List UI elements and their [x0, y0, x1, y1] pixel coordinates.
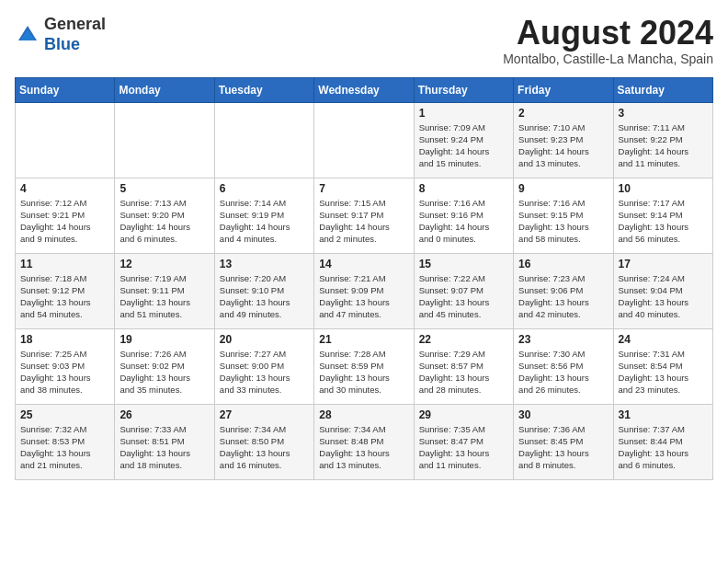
day-number: 31: [619, 408, 708, 421]
day-detail: Sunrise: 7:22 AM Sunset: 9:07 PM Dayligh…: [419, 272, 508, 321]
calendar-week-row: 25Sunrise: 7:32 AM Sunset: 8:53 PM Dayli…: [16, 404, 713, 479]
weekday-header-saturday: Saturday: [613, 77, 712, 102]
day-detail: Sunrise: 7:34 AM Sunset: 8:48 PM Dayligh…: [319, 423, 408, 472]
calendar-cell: [115, 102, 214, 178]
calendar-body: 1Sunrise: 7:09 AM Sunset: 9:24 PM Daylig…: [16, 102, 713, 479]
calendar-cell: 11Sunrise: 7:18 AM Sunset: 9:12 PM Dayli…: [16, 253, 115, 328]
calendar-week-row: 18Sunrise: 7:25 AM Sunset: 9:03 PM Dayli…: [16, 328, 713, 404]
day-detail: Sunrise: 7:20 AM Sunset: 9:10 PM Dayligh…: [220, 272, 309, 321]
day-number: 9: [518, 182, 608, 195]
day-number: 15: [419, 258, 508, 270]
calendar-table: SundayMondayTuesdayWednesdayThursdayFrid…: [15, 77, 713, 480]
day-detail: Sunrise: 7:30 AM Sunset: 8:56 PM Dayligh…: [518, 348, 608, 396]
day-number: 4: [20, 182, 109, 195]
calendar-cell: 4Sunrise: 7:12 AM Sunset: 9:21 PM Daylig…: [16, 178, 115, 253]
day-number: 2: [518, 107, 608, 120]
day-number: 20: [220, 333, 309, 346]
calendar-cell: 26Sunrise: 7:33 AM Sunset: 8:51 PM Dayli…: [115, 404, 214, 479]
calendar-cell: 16Sunrise: 7:23 AM Sunset: 9:06 PM Dayli…: [514, 253, 613, 328]
day-number: 28: [319, 408, 408, 421]
calendar-cell: 28Sunrise: 7:34 AM Sunset: 8:48 PM Dayli…: [314, 404, 414, 479]
calendar-cell: 23Sunrise: 7:30 AM Sunset: 8:56 PM Dayli…: [514, 328, 613, 404]
logo: General Blue: [15, 15, 106, 54]
day-detail: Sunrise: 7:26 AM Sunset: 9:02 PM Dayligh…: [119, 348, 209, 396]
calendar-cell: 20Sunrise: 7:27 AM Sunset: 9:00 PM Dayli…: [214, 328, 313, 404]
day-number: 23: [518, 333, 608, 346]
calendar-week-row: 11Sunrise: 7:18 AM Sunset: 9:12 PM Dayli…: [16, 253, 713, 328]
calendar-cell: 3Sunrise: 7:11 AM Sunset: 9:22 PM Daylig…: [613, 102, 712, 178]
calendar-cell: 27Sunrise: 7:34 AM Sunset: 8:50 PM Dayli…: [214, 404, 313, 479]
day-detail: Sunrise: 7:09 AM Sunset: 9:24 PM Dayligh…: [419, 121, 508, 170]
day-number: 30: [518, 408, 608, 421]
calendar-week-row: 4Sunrise: 7:12 AM Sunset: 9:21 PM Daylig…: [16, 178, 713, 253]
weekday-header-friday: Friday: [514, 77, 613, 102]
day-number: 11: [20, 258, 109, 270]
day-number: 29: [419, 408, 508, 421]
day-detail: Sunrise: 7:19 AM Sunset: 9:11 PM Dayligh…: [119, 272, 209, 321]
calendar-cell: 10Sunrise: 7:17 AM Sunset: 9:14 PM Dayli…: [613, 178, 712, 253]
logo-blue: Blue: [44, 35, 80, 53]
day-detail: Sunrise: 7:28 AM Sunset: 8:59 PM Dayligh…: [319, 348, 408, 396]
day-detail: Sunrise: 7:27 AM Sunset: 9:00 PM Dayligh…: [220, 348, 309, 396]
day-number: 19: [119, 333, 209, 346]
day-number: 3: [619, 107, 708, 120]
day-detail: Sunrise: 7:17 AM Sunset: 9:14 PM Dayligh…: [619, 197, 708, 246]
month-title: August 2024: [503, 15, 713, 52]
weekday-header-row: SundayMondayTuesdayWednesdayThursdayFrid…: [16, 77, 713, 102]
calendar-cell: 8Sunrise: 7:16 AM Sunset: 9:16 PM Daylig…: [414, 178, 513, 253]
day-number: 27: [220, 408, 309, 421]
location-subtitle: Montalbo, Castille-La Mancha, Spain: [503, 52, 713, 66]
calendar-cell: 24Sunrise: 7:31 AM Sunset: 8:54 PM Dayli…: [613, 328, 712, 404]
calendar-cell: 30Sunrise: 7:36 AM Sunset: 8:45 PM Dayli…: [514, 404, 613, 479]
day-detail: Sunrise: 7:24 AM Sunset: 9:04 PM Dayligh…: [619, 272, 708, 321]
day-number: 17: [619, 258, 708, 270]
calendar-cell: [214, 102, 313, 178]
day-detail: Sunrise: 7:23 AM Sunset: 9:06 PM Dayligh…: [518, 272, 608, 321]
title-section: August 2024 Montalbo, Castille-La Mancha…: [503, 15, 713, 66]
calendar-cell: 18Sunrise: 7:25 AM Sunset: 9:03 PM Dayli…: [16, 328, 115, 404]
day-number: 14: [319, 258, 408, 270]
weekday-header-thursday: Thursday: [414, 77, 513, 102]
calendar-cell: 19Sunrise: 7:26 AM Sunset: 9:02 PM Dayli…: [115, 328, 214, 404]
day-detail: Sunrise: 7:25 AM Sunset: 9:03 PM Dayligh…: [20, 348, 109, 396]
day-number: 24: [619, 333, 708, 346]
day-detail: Sunrise: 7:37 AM Sunset: 8:44 PM Dayligh…: [619, 423, 708, 472]
day-number: 7: [319, 182, 408, 195]
logo-icon: [15, 22, 40, 48]
day-number: 10: [619, 182, 708, 195]
weekday-header-wednesday: Wednesday: [314, 77, 414, 102]
calendar-week-row: 1Sunrise: 7:09 AM Sunset: 9:24 PM Daylig…: [16, 102, 713, 178]
logo-general: General: [44, 15, 106, 33]
day-number: 5: [119, 182, 209, 195]
calendar-cell: 25Sunrise: 7:32 AM Sunset: 8:53 PM Dayli…: [16, 404, 115, 479]
calendar-cell: 29Sunrise: 7:35 AM Sunset: 8:47 PM Dayli…: [414, 404, 513, 479]
calendar-cell: 17Sunrise: 7:24 AM Sunset: 9:04 PM Dayli…: [613, 253, 712, 328]
calendar-cell: 1Sunrise: 7:09 AM Sunset: 9:24 PM Daylig…: [414, 102, 513, 178]
day-number: 13: [220, 258, 309, 270]
calendar-cell: 21Sunrise: 7:28 AM Sunset: 8:59 PM Dayli…: [314, 328, 414, 404]
weekday-header-tuesday: Tuesday: [214, 77, 313, 102]
calendar-cell: 9Sunrise: 7:16 AM Sunset: 9:15 PM Daylig…: [514, 178, 613, 253]
day-detail: Sunrise: 7:10 AM Sunset: 9:23 PM Dayligh…: [518, 121, 608, 170]
weekday-header-monday: Monday: [115, 77, 214, 102]
day-number: 21: [319, 333, 408, 346]
day-detail: Sunrise: 7:29 AM Sunset: 8:57 PM Dayligh…: [419, 348, 508, 396]
day-number: 25: [20, 408, 109, 421]
day-detail: Sunrise: 7:31 AM Sunset: 8:54 PM Dayligh…: [619, 348, 708, 396]
day-detail: Sunrise: 7:14 AM Sunset: 9:19 PM Dayligh…: [220, 197, 309, 246]
day-number: 12: [119, 258, 209, 270]
day-detail: Sunrise: 7:15 AM Sunset: 9:17 PM Dayligh…: [319, 197, 408, 246]
day-number: 22: [419, 333, 508, 346]
day-detail: Sunrise: 7:13 AM Sunset: 9:20 PM Dayligh…: [119, 197, 209, 246]
calendar-cell: 7Sunrise: 7:15 AM Sunset: 9:17 PM Daylig…: [314, 178, 414, 253]
calendar-cell: [314, 102, 414, 178]
calendar-cell: 14Sunrise: 7:21 AM Sunset: 9:09 PM Dayli…: [314, 253, 414, 328]
day-detail: Sunrise: 7:11 AM Sunset: 9:22 PM Dayligh…: [619, 121, 708, 170]
calendar-cell: 15Sunrise: 7:22 AM Sunset: 9:07 PM Dayli…: [414, 253, 513, 328]
page-header: General Blue August 2024 Montalbo, Casti…: [15, 15, 713, 66]
day-detail: Sunrise: 7:16 AM Sunset: 9:15 PM Dayligh…: [518, 197, 608, 246]
calendar-cell: 22Sunrise: 7:29 AM Sunset: 8:57 PM Dayli…: [414, 328, 513, 404]
day-number: 6: [220, 182, 309, 195]
calendar-cell: 6Sunrise: 7:14 AM Sunset: 9:19 PM Daylig…: [214, 178, 313, 253]
weekday-header-sunday: Sunday: [16, 77, 115, 102]
